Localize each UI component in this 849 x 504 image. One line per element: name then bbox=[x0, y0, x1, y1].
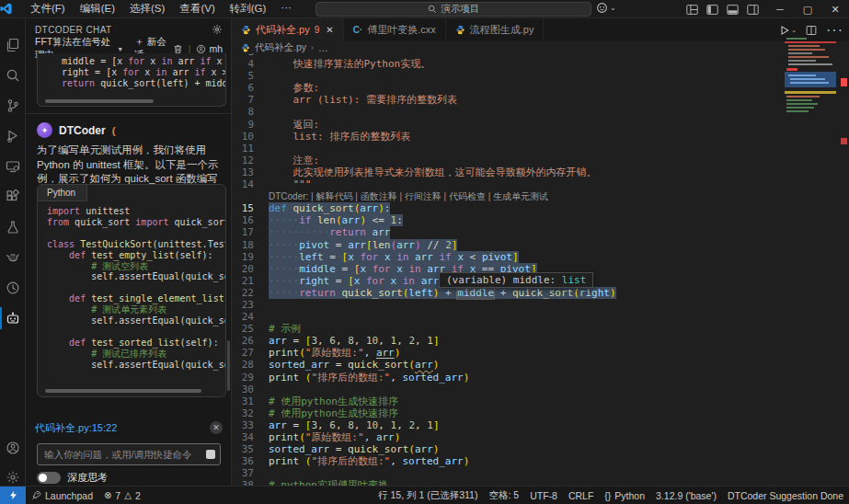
code-line[interactable]: 8 bbox=[232, 106, 849, 118]
code-line[interactable]: 28sorted_arr = quick_sort(arr) bbox=[232, 359, 849, 371]
code-line[interactable]: 26arr = [3, 6, 8, 10, 1, 2, 1] bbox=[232, 335, 849, 347]
line-number[interactable]: 27 bbox=[232, 347, 269, 359]
line-number[interactable] bbox=[232, 190, 269, 202]
code-line[interactable]: 18·····pivot = arr[len(arr) // 2] bbox=[232, 239, 849, 251]
code-line[interactable]: 29print ("排序后的数组:", sorted_arr) bbox=[232, 372, 849, 384]
line-number[interactable]: 33 bbox=[232, 419, 269, 431]
menu-item[interactable]: ··· bbox=[274, 1, 298, 17]
code-line[interactable]: 15def quick_sort(arr): bbox=[232, 202, 849, 214]
chat-input[interactable] bbox=[37, 443, 221, 465]
toggle-panel-icon[interactable] bbox=[727, 4, 739, 16]
line-content[interactable]: sorted_arr = quick_sort(arr) bbox=[269, 443, 439, 455]
copilot-menu[interactable]: ⌄ bbox=[596, 2, 616, 14]
line-number[interactable]: 37 bbox=[232, 467, 269, 479]
line-number[interactable]: 19 bbox=[232, 251, 269, 263]
language-mode[interactable]: {} Python bbox=[599, 490, 650, 501]
line-number[interactable]: 7 bbox=[232, 94, 269, 106]
toggle-secondary-sidebar-icon[interactable] bbox=[747, 4, 759, 16]
line-number[interactable]: 30 bbox=[232, 384, 269, 395]
code-line[interactable]: 37 bbox=[232, 467, 849, 479]
line-number[interactable]: 17 bbox=[232, 226, 269, 238]
eol-sequence[interactable]: CRLF bbox=[563, 490, 599, 501]
code-line[interactable]: 13 此实现使用列表推导式来分割数组，这可能会导致额外的内存开销。 bbox=[232, 166, 849, 178]
code-line[interactable]: 25# 示例 bbox=[232, 323, 849, 335]
line-content[interactable]: ·····left = [x for x in arr if x < pivot… bbox=[269, 251, 519, 263]
line-number[interactable]: 28 bbox=[232, 359, 269, 371]
close-tab-icon[interactable]: ✕ bbox=[326, 25, 333, 35]
teapot-icon[interactable] bbox=[0, 244, 26, 271]
line-content[interactable]: arr = [3, 6, 8, 10, 1, 2, 1] bbox=[269, 419, 440, 431]
run-debug-icon[interactable] bbox=[0, 122, 26, 150]
line-content[interactable]: 快速排序算法的Python实现。 bbox=[269, 58, 430, 70]
deep-think-toggle[interactable] bbox=[37, 472, 61, 484]
code-line[interactable]: 16·····if len(arr) <= 1: bbox=[232, 214, 849, 226]
menu-item[interactable]: 查看(V) bbox=[173, 1, 221, 17]
line-content[interactable]: print ("排序后的数组:", sorted_arr) bbox=[269, 372, 469, 384]
forward-icon[interactable]: → bbox=[258, 3, 269, 16]
code-line[interactable]: 7 arr (list): 需要排序的整数列表 bbox=[232, 94, 849, 106]
menu-item[interactable]: 编辑(E) bbox=[74, 1, 121, 17]
encoding[interactable]: UTF-8 bbox=[524, 490, 563, 501]
code-language-tab[interactable]: Python bbox=[38, 185, 87, 201]
line-number[interactable]: 16 bbox=[232, 214, 269, 226]
line-content[interactable]: list: 排序后的整数列表 bbox=[269, 131, 410, 143]
tab-flowchart[interactable]: 流程图生成.py bbox=[446, 18, 545, 41]
tab-fourier[interactable]: C· 傅里叶变换.cxx bbox=[344, 18, 446, 41]
line-content[interactable]: 参数: bbox=[269, 82, 319, 94]
line-number[interactable]: 36 bbox=[232, 455, 269, 467]
breadcrumb[interactable]: 代码补全.py › … bbox=[241, 41, 328, 54]
chat-scrollbar[interactable] bbox=[227, 340, 230, 391]
line-number[interactable]: 10 bbox=[232, 131, 269, 143]
extensions-icon[interactable] bbox=[0, 183, 26, 211]
command-center-search[interactable]: 演示项目 bbox=[316, 2, 591, 17]
send-button[interactable] bbox=[206, 450, 215, 459]
code-line[interactable]: 12 注意: bbox=[232, 155, 849, 166]
line-content[interactable]: def quick_sort(arr): bbox=[269, 202, 390, 214]
code-line[interactable]: 24 bbox=[232, 311, 849, 323]
line-number[interactable]: 15 bbox=[232, 202, 269, 214]
minimap[interactable] bbox=[785, 36, 836, 468]
line-number[interactable]: 23 bbox=[232, 299, 269, 311]
launchpad-button[interactable]: Launchpad bbox=[26, 490, 98, 501]
line-number[interactable]: 9 bbox=[232, 119, 269, 131]
line-number[interactable]: 5 bbox=[232, 70, 269, 82]
code-line[interactable]: 17··········return arr bbox=[232, 226, 849, 238]
code-line[interactable]: 30 bbox=[232, 384, 849, 395]
line-number[interactable]: 14 bbox=[232, 178, 269, 190]
line-content[interactable]: ·····if len(arr) <= 1: bbox=[269, 214, 403, 226]
line-number[interactable]: 11 bbox=[232, 143, 269, 155]
problems-status[interactable]: ⊗ 7 △ 2 bbox=[98, 490, 146, 501]
panel-settings-gear-icon[interactable] bbox=[212, 24, 223, 35]
line-number[interactable]: 4 bbox=[232, 58, 269, 70]
menu-item[interactable]: 文件(F) bbox=[24, 1, 72, 17]
line-content[interactable]: 此实现使用列表推导式来分割数组，这可能会导致额外的内存开销。 bbox=[269, 166, 597, 178]
line-content[interactable]: arr = [3, 6, 8, 10, 1, 2, 1] bbox=[269, 335, 440, 347]
code-line[interactable]: 33arr = [3, 6, 8, 10, 1, 2, 1] bbox=[232, 419, 849, 431]
code-line[interactable]: 31# 使用python生成快速排序 bbox=[232, 395, 849, 407]
code-line[interactable]: 38# python实现傅里叶变换 bbox=[232, 479, 849, 486]
customize-layout-icon[interactable] bbox=[686, 4, 698, 16]
line-number[interactable]: 34 bbox=[232, 431, 269, 443]
line-number[interactable]: 35 bbox=[232, 443, 269, 455]
overview-ruler[interactable] bbox=[838, 18, 849, 486]
code-line[interactable]: 22·····return quick_sort(left) + middle … bbox=[232, 287, 849, 299]
toggle-sidebar-icon[interactable] bbox=[706, 4, 718, 16]
line-content[interactable]: 返回: bbox=[269, 119, 319, 131]
line-number[interactable]: 12 bbox=[232, 155, 269, 166]
line-content[interactable]: print ("排序后的数组:", sorted_arr) bbox=[269, 455, 469, 467]
code-line[interactable]: 35sorted_arr = quick_sort(arr) bbox=[232, 443, 849, 455]
horizontal-scrollbar[interactable] bbox=[45, 389, 201, 393]
code-line[interactable]: 32# 使用python生成快速排序 bbox=[232, 407, 849, 419]
codelens-actions[interactable]: DTCoder: | 解释代码 | 函数注释 | 行间注释 | 代码检查 | 生… bbox=[269, 190, 548, 202]
menu-item[interactable]: 选择(S) bbox=[123, 1, 171, 17]
cursor-position[interactable]: 行 15, 列 1 (已选择311) bbox=[373, 489, 483, 502]
run-button[interactable]: ⌄ bbox=[779, 25, 797, 36]
dtcoder-chat-icon[interactable] bbox=[0, 304, 26, 332]
line-content[interactable]: ·····return quick_sort(left) + middle + … bbox=[269, 287, 616, 299]
testing-flask-icon[interactable] bbox=[0, 213, 26, 241]
source-control-icon[interactable] bbox=[0, 92, 26, 120]
code-line[interactable]: 14 """ bbox=[232, 178, 849, 190]
indentation[interactable]: 空格: 5 bbox=[483, 489, 524, 502]
remote-indicator[interactable] bbox=[0, 487, 26, 504]
line-content[interactable]: # 示例 bbox=[269, 323, 301, 335]
